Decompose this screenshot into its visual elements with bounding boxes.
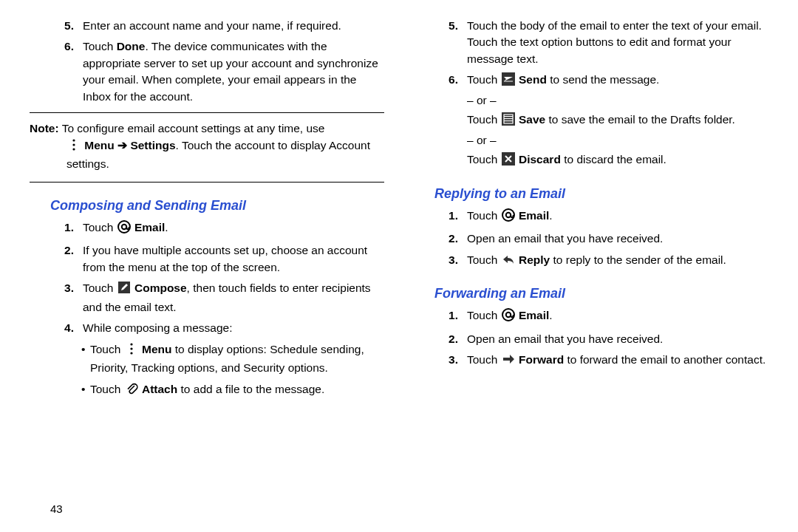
discard-icon — [502, 152, 515, 170]
send-icon — [502, 72, 515, 90]
step-text: Touch the body of the email to enter the… — [467, 18, 768, 67]
email-icon — [502, 208, 515, 226]
or-text: – or – — [467, 132, 768, 149]
list-item: 6. Touch Done. The device communicates w… — [30, 38, 384, 105]
bullet-dot: • — [81, 341, 90, 377]
right-column: 5. Touch the body of the email to enter … — [414, 18, 768, 525]
step-number: 6. — [30, 38, 83, 105]
step-text: Touch Email. — [467, 307, 768, 326]
step-number: 4. — [30, 320, 83, 336]
text: Touch — [467, 113, 501, 126]
bullet-text: Touch Menu to display options: Schedule … — [90, 341, 384, 377]
step-number: 1. — [414, 307, 467, 326]
svg-point-1 — [72, 143, 75, 146]
list-item: 3. Touch Compose, then touch fields to e… — [30, 280, 384, 316]
bold-text: Email — [134, 221, 165, 233]
step-text: While composing a message: — [83, 320, 384, 336]
bold-text: Compose — [134, 282, 187, 294]
paperclip-icon — [125, 382, 138, 400]
text: Touch — [83, 282, 117, 294]
svg-rect-12 — [504, 116, 513, 117]
text: to reply to the sender of the email. — [550, 253, 726, 266]
list-item: 6. Touch Send to send the message. – or … — [414, 72, 768, 170]
bold-text: Menu — [142, 343, 171, 355]
bold-text: Email — [519, 309, 549, 321]
bold-text: Menu — [84, 139, 114, 151]
email-icon — [502, 308, 515, 326]
bold-text: Done — [117, 40, 146, 52]
svg-rect-13 — [504, 118, 513, 119]
step-number: 1. — [30, 219, 83, 238]
compose-icon — [117, 281, 131, 299]
bold-text: Attach — [142, 383, 177, 395]
svg-rect-14 — [504, 120, 513, 121]
step-number: 5. — [414, 18, 467, 67]
bold-text: Settings — [130, 139, 175, 151]
text: . — [165, 221, 168, 233]
step-number: 2. — [30, 242, 83, 276]
bullet-dot: • — [81, 381, 90, 400]
step-text: Touch Send to send the message. – or – T… — [467, 72, 768, 170]
list-item: 3. Touch Forward to forward the email to… — [414, 352, 768, 370]
text: Touch — [467, 353, 501, 366]
step-text: Touch Email. — [467, 208, 768, 226]
text: Touch — [467, 309, 501, 321]
note-block: Note: To configure email account setting… — [30, 119, 384, 174]
svg-point-3 — [118, 221, 130, 233]
bold-text: Forward — [519, 353, 564, 366]
left-column: 5. Enter an account name and your name, … — [30, 18, 384, 525]
bullet-item: • Touch Attach to add a file to the mess… — [30, 381, 384, 400]
list-item: 2. Open an email that you have received. — [414, 231, 768, 247]
text: Touch — [90, 343, 124, 355]
step-text: Touch Reply to reply to the sender of th… — [467, 252, 768, 270]
svg-point-0 — [72, 139, 75, 141]
text: Touch — [467, 209, 501, 222]
step-text: Touch Done. The device communicates with… — [83, 38, 384, 105]
text: . — [549, 309, 552, 321]
list-item: 1. Touch Email. — [30, 219, 384, 238]
text: Touch — [83, 40, 117, 52]
page-number: 43 — [50, 501, 63, 517]
save-icon — [502, 112, 515, 130]
step-number: 1. — [414, 208, 467, 226]
bullet-text: Touch Attach to add a file to the messag… — [90, 381, 384, 400]
note-text: To configure email account settings at a… — [59, 122, 325, 134]
bold-text: Save — [519, 113, 545, 126]
text: . — [549, 209, 552, 222]
step-text: Touch Forward to forward the email to an… — [467, 352, 768, 370]
text: Touch — [467, 253, 501, 266]
text: Touch — [467, 73, 501, 86]
heading-forwarding: Forwarding an Email — [434, 284, 768, 303]
heading-composing: Composing and Sending Email — [50, 196, 384, 215]
or-text: – or – — [467, 92, 768, 109]
menu-dots-icon — [125, 342, 138, 360]
arrow-text: ➔ — [115, 139, 131, 151]
svg-point-8 — [130, 352, 132, 354]
step-number: 5. — [30, 18, 83, 34]
list-item: 5. Touch the body of the email to enter … — [414, 18, 768, 67]
list-item: 2. If you have multiple accounts set up,… — [30, 242, 384, 276]
list-item: 1. Touch Email. — [414, 208, 768, 226]
step-number: 3. — [414, 352, 467, 370]
text: to send the message. — [547, 73, 660, 86]
heading-replying: Replying to an Email — [434, 184, 768, 203]
note-label: Note: — [30, 122, 59, 134]
step-text: Touch Email. — [83, 219, 384, 238]
svg-point-2 — [72, 148, 75, 150]
bullet-item: • Touch Menu to display options: Schedul… — [30, 341, 384, 377]
svg-point-6 — [130, 343, 132, 345]
bold-text: Email — [519, 209, 549, 222]
step-number: 2. — [414, 331, 467, 347]
list-item: 3. Touch Reply to reply to the sender of… — [414, 252, 768, 270]
bold-text: Reply — [519, 253, 550, 266]
text: to add a file to the message. — [177, 383, 324, 395]
email-icon — [117, 220, 131, 238]
divider — [30, 112, 384, 113]
step-text: Touch Compose, then touch fields to ente… — [83, 280, 384, 316]
step-text: Enter an account name and your name, if … — [83, 18, 384, 34]
svg-point-18 — [502, 309, 514, 321]
step-text: If you have multiple accounts set up, ch… — [83, 242, 384, 276]
text: Touch — [83, 221, 117, 233]
manual-page: 5. Enter an account name and your name, … — [0, 0, 798, 532]
step-text: Open an email that you have received. — [467, 331, 768, 347]
